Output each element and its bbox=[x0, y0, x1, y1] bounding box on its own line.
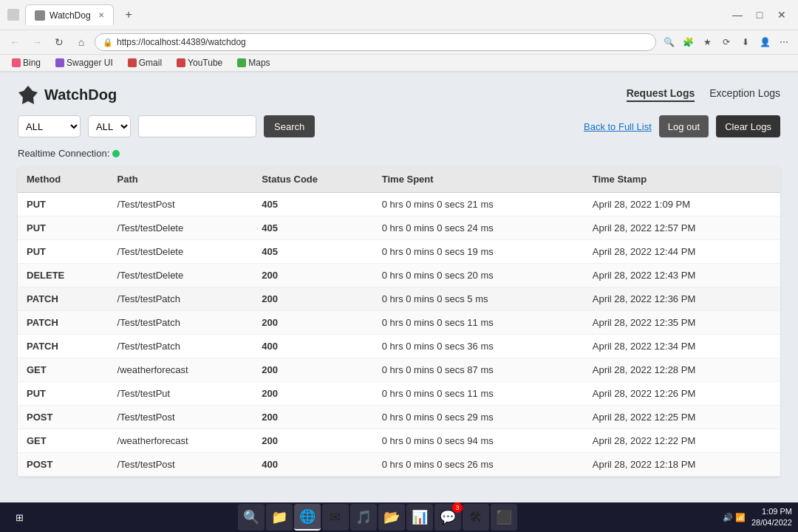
cell-path: /Test/testPost bbox=[109, 193, 253, 216]
taskbar-spotify[interactable]: 🎵 bbox=[350, 504, 377, 531]
cell-time-spent: 0 hrs 0 mins 0 secs 21 ms bbox=[373, 193, 584, 216]
cell-time-spent: 0 hrs 0 mins 0 secs 11 ms bbox=[373, 382, 584, 406]
tab-close-button[interactable]: ✕ bbox=[98, 11, 104, 19]
cell-method: PATCH bbox=[18, 287, 109, 311]
cell-status: 200 bbox=[253, 382, 373, 406]
downloads-icon[interactable]: ⬇ bbox=[737, 34, 754, 50]
back-button[interactable]: ← bbox=[6, 33, 24, 51]
app-container: WatchDog Request Logs Exception Logs ALL… bbox=[0, 72, 798, 508]
cell-time-spent: 0 hrs 0 mins 0 secs 24 ms bbox=[373, 216, 584, 240]
status-filter-select[interactable]: ALL 200 400 404 405 bbox=[88, 115, 131, 137]
cell-path: /Test/testPatch bbox=[109, 287, 253, 311]
table-row: PATCH/Test/testPatch2000 hrs 0 mins 0 se… bbox=[18, 287, 780, 311]
address-bar[interactable]: 🔒 https://localhost:44389/watchdog bbox=[95, 33, 656, 51]
extensions-icon[interactable]: 🧩 bbox=[680, 34, 696, 50]
bookmark-youtube[interactable]: YouTube bbox=[171, 56, 228, 69]
cell-status: 200 bbox=[253, 287, 373, 311]
taskbar-file-explorer[interactable]: 📁 bbox=[266, 504, 293, 531]
taskbar-search[interactable]: 🔍 bbox=[238, 504, 265, 531]
cell-status: 405 bbox=[253, 240, 373, 264]
taskbar-vs[interactable]: 🛠 bbox=[463, 504, 489, 531]
cell-time-spent: 0 hrs 0 mins 0 secs 19 ms bbox=[373, 240, 584, 264]
cell-path: /Test/testDelete bbox=[109, 216, 253, 240]
cell-timestamp: April 28, 2022 12:28 PM bbox=[584, 358, 780, 382]
taskbar-mail[interactable]: ✉ bbox=[322, 504, 349, 531]
nav-exception-logs[interactable]: Exception Logs bbox=[709, 87, 780, 102]
search-button[interactable]: Search bbox=[264, 115, 315, 137]
taskbar-teams[interactable]: 💬 3 bbox=[434, 504, 461, 531]
realtime-dot bbox=[112, 150, 120, 157]
taskbar-terminal[interactable]: ⬛ bbox=[491, 504, 517, 531]
maximize-button[interactable]: □ bbox=[751, 6, 768, 24]
svg-marker-0 bbox=[18, 86, 38, 104]
bookmark-gmail[interactable]: Gmail bbox=[122, 56, 168, 69]
history-icon[interactable]: ⟳ bbox=[718, 34, 734, 50]
new-tab-button[interactable]: + bbox=[120, 8, 138, 21]
cell-path: /weatherforecast bbox=[109, 429, 253, 453]
teams-badge: 3 bbox=[452, 502, 463, 513]
cell-path: /Test/testDelete bbox=[109, 264, 253, 287]
back-to-full-list-button[interactable]: Back to Full List bbox=[584, 121, 652, 132]
cell-time-spent: 0 hrs 0 mins 0 secs 26 ms bbox=[373, 453, 584, 477]
log-table: Method Path Status Code Time Spent Time … bbox=[18, 166, 780, 477]
profile-icon[interactable]: 👤 bbox=[757, 34, 773, 50]
cell-path: /Test/testPatch bbox=[109, 335, 253, 358]
gmail-icon bbox=[128, 58, 137, 67]
taskbar-explorer2[interactable]: 📂 bbox=[378, 504, 405, 531]
settings-icon[interactable]: ⋯ bbox=[776, 34, 792, 50]
youtube-icon bbox=[177, 58, 185, 67]
search-icon[interactable]: 🔍 bbox=[661, 34, 677, 50]
logout-button[interactable]: Log out bbox=[659, 115, 709, 137]
app-nav-links: Request Logs Exception Logs bbox=[627, 87, 780, 102]
taskbar-tray: 🔊 📶 1:09 PM 28/04/2022 bbox=[723, 506, 792, 529]
tray-clock: 1:09 PM 28/04/2022 bbox=[751, 506, 792, 529]
cell-timestamp: April 28, 2022 12:18 PM bbox=[584, 453, 780, 477]
cell-timestamp: April 28, 2022 12:34 PM bbox=[584, 335, 780, 358]
favorites-icon[interactable]: ★ bbox=[699, 34, 715, 50]
cell-time-spent: 0 hrs 0 mins 0 secs 20 ms bbox=[373, 264, 584, 287]
home-button[interactable]: ⌂ bbox=[72, 33, 90, 51]
cell-timestamp: April 28, 2022 12:22 PM bbox=[584, 429, 780, 453]
table-row: PUT/Test/testDelete4050 hrs 0 mins 0 sec… bbox=[18, 216, 780, 240]
method-filter-select[interactable]: ALL GET POST PUT DELETE PATCH bbox=[18, 115, 81, 137]
address-text: https://localhost:44389/watchdog bbox=[117, 37, 246, 47]
tab-title: WatchDog bbox=[50, 10, 91, 21]
cell-timestamp: April 28, 2022 12:44 PM bbox=[584, 240, 780, 264]
bookmark-youtube-label: YouTube bbox=[188, 58, 222, 68]
cell-path: /Test/testPost bbox=[109, 406, 253, 429]
taskbar: ⊞ 🔍 📁 🌐 ✉ 🎵 📂 📊 💬 3 🛠 ⬛ 🔊 📶 1:09 PM 28/0… bbox=[0, 502, 798, 532]
table-row: POST/Test/testPost2000 hrs 0 mins 0 secs… bbox=[18, 406, 780, 429]
table-row: PATCH/Test/testPatch2000 hrs 0 mins 0 se… bbox=[18, 311, 780, 335]
bookmark-swagger-label: Swagger UI bbox=[66, 58, 113, 68]
taskbar-office[interactable]: 📊 bbox=[406, 504, 433, 531]
cell-timestamp: April 28, 2022 12:57 PM bbox=[584, 216, 780, 240]
forward-button[interactable]: → bbox=[28, 33, 46, 51]
close-button[interactable]: ✕ bbox=[773, 6, 791, 24]
col-method: Method bbox=[18, 166, 109, 193]
clear-logs-button[interactable]: Clear Logs bbox=[716, 115, 780, 137]
browser-tab-watchdog[interactable]: WatchDog ✕ bbox=[25, 4, 114, 25]
cell-timestamp: April 28, 2022 12:25 PM bbox=[584, 406, 780, 429]
reload-button[interactable]: ↻ bbox=[50, 33, 68, 51]
browser-titlebar: WatchDog ✕ + — □ ✕ bbox=[0, 0, 798, 30]
browser-chrome: WatchDog ✕ + — □ ✕ ← → ↻ ⌂ 🔒 https://loc… bbox=[0, 0, 798, 72]
lock-icon: 🔒 bbox=[103, 38, 113, 47]
col-time-spent: Time Spent bbox=[373, 166, 584, 193]
bookmark-swagger[interactable]: Swagger UI bbox=[50, 56, 119, 69]
bookmark-maps[interactable]: Maps bbox=[231, 56, 276, 69]
cell-status: 405 bbox=[253, 193, 373, 216]
bookmark-bing[interactable]: Bing bbox=[6, 56, 47, 69]
cell-status: 200 bbox=[253, 311, 373, 335]
start-button[interactable]: ⊞ bbox=[6, 504, 33, 531]
maps-icon bbox=[237, 58, 246, 67]
bing-icon bbox=[12, 58, 21, 67]
table-row: GET/weatherforecast2000 hrs 0 mins 0 sec… bbox=[18, 429, 780, 453]
minimize-button[interactable]: — bbox=[729, 6, 746, 24]
cell-timestamp: April 28, 2022 12:35 PM bbox=[584, 311, 780, 335]
nav-request-logs[interactable]: Request Logs bbox=[627, 87, 695, 102]
tab-favicon bbox=[35, 10, 45, 21]
app-logo-text: WatchDog bbox=[44, 86, 117, 103]
taskbar-browser[interactable]: 🌐 bbox=[294, 504, 321, 531]
realtime-status: Realtime Connection: bbox=[18, 148, 780, 159]
search-input[interactable] bbox=[138, 115, 256, 137]
